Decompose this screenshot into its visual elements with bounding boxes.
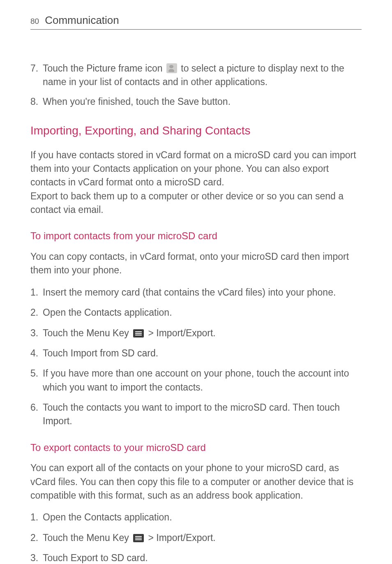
list-text: If you have more than one account on you… — [43, 367, 362, 394]
import-step-3: 3. Touch the Menu Key > Import/Export. — [30, 326, 362, 340]
import-step-6: 6. Touch the contacts you want to import… — [30, 401, 362, 428]
export-step-2: 2. Touch the Menu Key > Import/Export. — [30, 531, 362, 545]
header-title: Communication — [45, 14, 119, 27]
list-text: Touch Import from SD card. — [43, 347, 362, 360]
page-number: 80 — [30, 17, 39, 26]
list-number: 3. — [30, 326, 43, 340]
menu-key-label: Menu Key — [86, 328, 131, 338]
list-number: 2. — [30, 531, 43, 545]
contacts-label: Contacts — [84, 307, 122, 318]
list-number: 8. — [30, 95, 43, 109]
import-step-5: 5. If you have more than one account on … — [30, 367, 362, 394]
import-export-label: Import/Export — [156, 532, 213, 543]
list-text: Touch the Picture frame icon to select a… — [43, 62, 362, 89]
menu-key-icon — [133, 329, 144, 337]
picture-frame-label: Picture frame — [86, 63, 143, 74]
import-label: Import — [43, 416, 69, 426]
section-heading-importing: Importing, Exporting, and Sharing Contac… — [30, 123, 362, 139]
import-step-2: 2. Open the Contacts application. — [30, 306, 362, 319]
export-step-3: 3. Touch Export to SD card. — [30, 551, 362, 564]
import-export-label: Import/Export — [156, 328, 213, 338]
import-step-4: 4. Touch Import from SD card. — [30, 347, 362, 360]
list-text: Touch the contacts you want to import to… — [43, 401, 362, 428]
export-to-sd-label: Export to SD card — [71, 552, 145, 563]
list-text: When you're finished, touch the Save but… — [43, 95, 362, 109]
list-number: 3. — [30, 551, 43, 564]
list-text: Open the Contacts application. — [43, 306, 362, 319]
import-step-1: 1. Insert the memory card (that contains… — [30, 286, 362, 299]
step-7: 7. Touch the Picture frame icon to selec… — [30, 62, 362, 89]
menu-key-icon — [133, 534, 144, 542]
list-text: Touch the Menu Key > Import/Export. — [43, 531, 362, 545]
list-text: Open the Contacts application. — [43, 511, 362, 524]
paragraph: You can export all of the contacts on yo… — [30, 461, 362, 502]
import-from-sd-label: Import from SD card — [71, 348, 156, 358]
page-header: 80 Communication — [30, 14, 362, 30]
export-step-1: 1. Open the Contacts application. — [30, 511, 362, 524]
paragraph: Export to back them up to a computer or … — [30, 190, 362, 217]
menu-key-label: Menu Key — [86, 532, 131, 543]
contacts-label: Contacts — [84, 512, 122, 522]
list-number: 1. — [30, 511, 43, 524]
list-text: Touch the Menu Key > Import/Export. — [43, 326, 362, 340]
paragraph: If you have contacts stored in vCard for… — [30, 148, 362, 190]
list-number: 2. — [30, 306, 43, 319]
list-text: Insert the memory card (that contains th… — [43, 286, 362, 299]
list-number: 7. — [30, 62, 43, 89]
list-number: 4. — [30, 347, 43, 360]
save-label: Save — [178, 96, 199, 107]
list-number: 6. — [30, 401, 43, 428]
subheading-export: To export contacts to your microSD card — [30, 441, 362, 455]
picture-frame-icon — [166, 63, 177, 73]
list-number: 5. — [30, 367, 43, 394]
list-text: Touch Export to SD card. — [43, 551, 362, 564]
subheading-import: To import contacts from your microSD car… — [30, 229, 362, 243]
paragraph: You can copy contacts, in vCard format, … — [30, 250, 362, 277]
step-8: 8. When you're finished, touch the Save … — [30, 95, 362, 109]
list-number: 1. — [30, 286, 43, 299]
